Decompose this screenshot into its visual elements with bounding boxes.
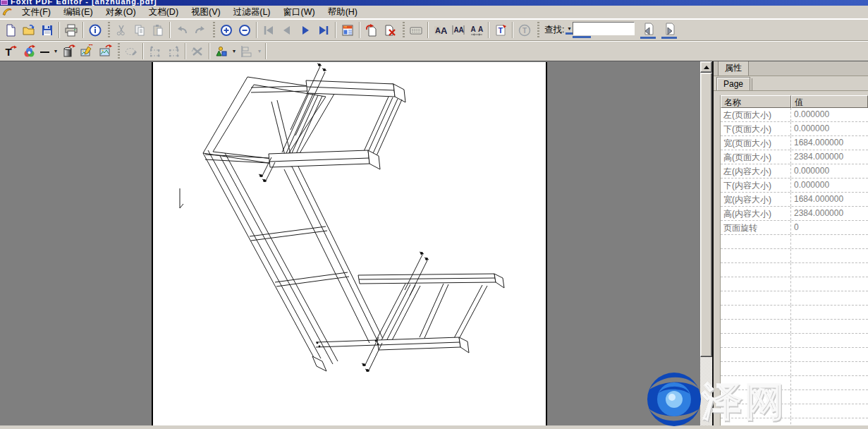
shading-button[interactable] — [59, 42, 78, 60]
property-row-empty[interactable] — [721, 235, 868, 249]
menu-object[interactable]: 对象(O) — [99, 6, 142, 18]
property-row-empty[interactable] — [721, 291, 868, 306]
property-row[interactable]: 宽(页面大小)1684.000000 — [721, 136, 868, 150]
align-objects-button[interactable] — [238, 42, 256, 60]
property-value[interactable]: 0.000000 — [791, 108, 868, 121]
toolbar-drag-handle[interactable] — [403, 22, 405, 38]
document-canvas[interactable] — [0, 61, 700, 425]
property-value[interactable]: 1684.000000 — [791, 136, 868, 150]
property-row[interactable]: 下(内容大小)0.000000 — [721, 179, 868, 193]
property-value[interactable]: 0.000000 — [791, 164, 868, 178]
delete-object-button[interactable] — [188, 42, 207, 60]
menu-filter[interactable]: 过滤器(L) — [227, 6, 277, 18]
property-row[interactable]: 左(内容大小)0.000000 — [721, 164, 868, 179]
property-row-empty[interactable] — [721, 320, 868, 334]
property-row-empty[interactable] — [721, 263, 868, 277]
save-button[interactable] — [38, 21, 56, 39]
lasso-edit-button[interactable] — [122, 42, 140, 60]
zoom-out-button[interactable] — [236, 21, 254, 39]
keyboard-button[interactable] — [407, 21, 425, 39]
property-value[interactable]: 1684.000000 — [791, 193, 868, 206]
undo-button[interactable] — [173, 21, 191, 39]
menu-edit[interactable]: 编辑(E) — [57, 6, 99, 18]
shapes-dropdown-arrow[interactable]: ▾ — [231, 48, 238, 54]
insert-text-button[interactable]: T — [1, 42, 20, 60]
property-row-empty[interactable] — [721, 418, 868, 425]
new-document-button[interactable] — [1, 21, 20, 39]
font-style-button[interactable]: AA — [431, 21, 449, 39]
char-spacing-narrow-button[interactable]: AA — [449, 21, 467, 39]
property-row-empty[interactable] — [721, 404, 868, 418]
property-row-empty[interactable] — [721, 277, 868, 291]
property-row[interactable]: 宽(内容大小)1684.000000 — [721, 193, 868, 207]
line-style-dropdown-arrow[interactable]: ▾ — [52, 48, 59, 54]
column-header-value[interactable]: 值 — [791, 95, 868, 108]
edit-image-button[interactable] — [78, 42, 96, 60]
property-row-empty[interactable] — [721, 249, 868, 263]
next-page-button[interactable] — [296, 21, 314, 39]
find-previous-button[interactable] — [639, 21, 657, 36]
delete-page-button[interactable] — [381, 21, 399, 39]
property-row-empty[interactable] — [721, 348, 868, 362]
property-row[interactable]: 左(页面大小)0.000000 — [721, 108, 868, 122]
paste-button[interactable] — [149, 21, 167, 39]
redo-button[interactable] — [191, 21, 209, 39]
copy-button[interactable] — [130, 21, 149, 39]
vertical-scrollbar[interactable] — [700, 61, 712, 425]
shapes-button[interactable] — [212, 42, 231, 60]
char-spacing-wide-button[interactable]: AA — [467, 21, 486, 39]
color-wheel-button[interactable] — [20, 42, 38, 60]
column-header-name[interactable]: 名称 — [721, 95, 791, 108]
property-value[interactable]: 0.000000 — [791, 179, 868, 192]
property-value[interactable]: 2384.000000 — [791, 150, 868, 164]
insert-page-button[interactable] — [362, 21, 381, 39]
cut-button[interactable] — [112, 21, 130, 39]
page-layout-button[interactable] — [338, 21, 357, 39]
property-row[interactable]: 页面旋转0 — [721, 221, 868, 235]
menu-view[interactable]: 视图(V) — [185, 6, 227, 18]
find-input[interactable] — [573, 22, 635, 35]
property-row[interactable]: 高(页面大小)2384.000000 — [721, 150, 868, 164]
first-page-button[interactable] — [259, 21, 278, 39]
line-style-button[interactable] — [38, 42, 52, 60]
last-page-button[interactable] — [314, 21, 333, 39]
toolbar-drag-handle[interactable] — [537, 22, 539, 38]
menu-document[interactable]: 文档(D) — [142, 6, 185, 18]
property-value[interactable]: 0.000000 — [791, 122, 868, 135]
toolbar-drag-handle[interactable] — [108, 22, 110, 38]
info-button[interactable] — [86, 21, 104, 39]
rotate-selection-left-button[interactable] — [146, 42, 164, 60]
toolbar-drag-handle[interactable] — [118, 43, 120, 59]
find-next-button[interactable] — [660, 21, 678, 36]
text-circle-button[interactable]: T — [515, 21, 534, 39]
toolbar-drag-handle[interactable] — [213, 22, 215, 38]
menu-file[interactable]: 文件(F) — [16, 6, 57, 18]
menu-help[interactable]: 帮助(H) — [322, 6, 364, 18]
menu-window[interactable]: 窗口(W) — [277, 6, 322, 18]
property-value[interactable]: 2384.000000 — [791, 207, 868, 220]
property-row-empty[interactable] — [721, 306, 868, 320]
scroll-up-button[interactable] — [700, 61, 712, 73]
property-grid-body: 左(页面大小)0.000000 下(页面大小)0.000000 宽(页面大小)1… — [721, 108, 868, 425]
property-row-empty[interactable] — [721, 390, 868, 404]
align-dropdown-arrow[interactable]: ▾ — [256, 48, 263, 54]
prev-page-button[interactable] — [278, 21, 296, 39]
open-file-button[interactable] — [20, 21, 38, 39]
up-arrow-icon — [704, 66, 709, 69]
insert-image-button[interactable] — [96, 42, 114, 60]
scrollbar-thumb[interactable] — [700, 73, 712, 357]
add-text-button[interactable]: T — [491, 21, 510, 39]
rotate-selection-right-button[interactable] — [164, 42, 183, 60]
toolbar-separator — [59, 22, 60, 38]
property-row-empty[interactable] — [721, 334, 868, 348]
property-value[interactable]: 0 — [791, 221, 868, 234]
property-row-empty[interactable] — [721, 362, 868, 376]
property-row-empty[interactable] — [721, 376, 868, 390]
print-button[interactable] — [62, 21, 80, 39]
property-row[interactable]: 下(页面大小)0.000000 — [721, 122, 868, 136]
pdf-page[interactable] — [152, 62, 547, 425]
property-row[interactable]: 高(内容大小)2384.000000 — [721, 207, 868, 221]
zoom-in-button[interactable] — [217, 21, 236, 39]
tab-page[interactable]: Page — [716, 77, 750, 90]
find-dropdown-arrow[interactable]: ▾ — [566, 25, 573, 32]
